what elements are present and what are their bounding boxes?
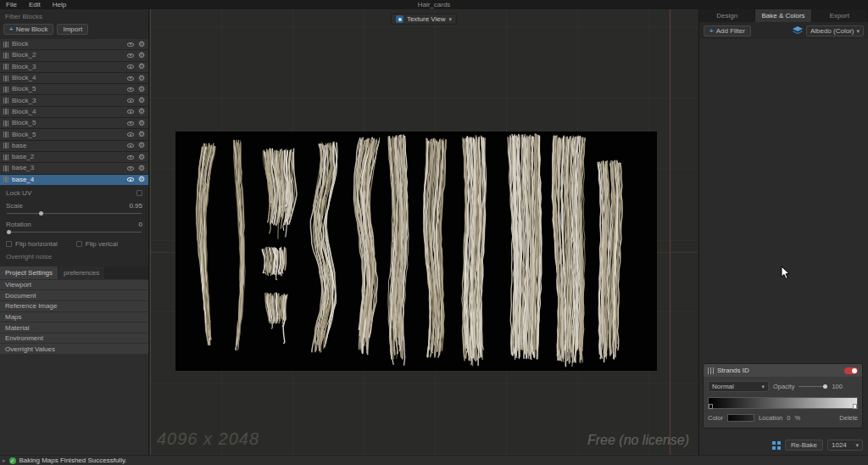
- visibility-eye-icon[interactable]: [127, 42, 134, 47]
- settings-gear-icon[interactable]: ⚙: [138, 41, 145, 48]
- block-row[interactable]: Block_4⚙: [0, 73, 148, 83]
- slider-knob[interactable]: [39, 211, 43, 216]
- tab-project-settings[interactable]: Project Settings: [0, 266, 58, 279]
- import-button[interactable]: Import: [57, 24, 88, 35]
- rebake-controls: Re-Bake 1024 ▾: [772, 440, 863, 451]
- settings-gear-icon[interactable]: ⚙: [138, 52, 145, 59]
- visibility-eye-icon[interactable]: [127, 53, 134, 58]
- block-row[interactable]: Block_5⚙: [0, 118, 148, 128]
- fiber-icon: [3, 64, 8, 70]
- settings-item-viewport[interactable]: Viewport: [0, 280, 148, 290]
- opacity-slider[interactable]: [798, 384, 827, 389]
- settings-gear-icon[interactable]: ⚙: [138, 97, 145, 104]
- menu-help[interactable]: Help: [47, 0, 72, 9]
- window-title: Hair_cards: [418, 1, 451, 8]
- settings-gear-icon[interactable]: ⚙: [138, 142, 145, 149]
- settings-gear-icon[interactable]: ⚙: [138, 86, 145, 93]
- settings-item-reference-image[interactable]: Reference Image: [0, 301, 148, 311]
- visibility-eye-icon[interactable]: [127, 64, 134, 69]
- block-row[interactable]: Block_5⚙: [0, 129, 148, 139]
- block-row-selected[interactable]: base_4⚙: [0, 175, 148, 185]
- scale-label: Scale: [6, 202, 23, 210]
- scale-row: Scale 0.95: [0, 199, 148, 210]
- layers-icon[interactable]: [793, 23, 803, 38]
- visibility-eye-icon[interactable]: [127, 155, 134, 160]
- opacity-value: 100: [832, 384, 843, 390]
- settings-item-document[interactable]: Document: [0, 290, 148, 300]
- console-toggle-icon[interactable]: ▸: [3, 457, 6, 463]
- flip-vertical-checkbox[interactable]: [76, 241, 82, 247]
- menu-edit[interactable]: Edit: [23, 0, 47, 9]
- texture-view-dropdown[interactable]: Texture View ▾: [391, 14, 457, 25]
- enable-toggle[interactable]: [844, 367, 858, 374]
- block-row[interactable]: base⚙: [0, 141, 148, 151]
- settings-gear-icon[interactable]: ⚙: [138, 176, 145, 183]
- slider-knob[interactable]: [823, 384, 827, 389]
- settings-item-override-values[interactable]: Overright Values: [0, 344, 148, 354]
- block-list: Block⚙ Block_2⚙ Block_3⚙ Block_4⚙ Block_…: [0, 39, 148, 185]
- visibility-eye-icon[interactable]: [127, 143, 134, 148]
- tab-bake-colors[interactable]: Bake & Colors: [755, 9, 811, 22]
- settings-item-environment[interactable]: Environment: [0, 333, 148, 344]
- block-row[interactable]: Block_2⚙: [0, 50, 148, 60]
- visibility-eye-icon[interactable]: [127, 166, 134, 171]
- block-row[interactable]: Block⚙: [0, 39, 148, 49]
- resolution-dropdown[interactable]: 1024 ▾: [827, 440, 863, 451]
- plus-icon: +: [9, 25, 14, 33]
- menu-file[interactable]: File: [0, 0, 23, 9]
- viewport-canvas[interactable]: Texture View ▾ 4096 x 2048 Free (no lice…: [150, 9, 698, 455]
- block-row[interactable]: Block_5⚙: [0, 84, 148, 94]
- left-sidebar: Fiber Blocks +New Block Import Block⚙ Bl…: [0, 9, 149, 455]
- override-noise-label: Overright noise: [0, 249, 148, 265]
- delete-stop-button[interactable]: Delete: [839, 415, 858, 422]
- settings-gear-icon[interactable]: ⚙: [138, 165, 145, 172]
- block-row[interactable]: Block_3⚙: [0, 95, 148, 105]
- settings-item-maps[interactable]: Maps: [0, 312, 148, 322]
- settings-item-material[interactable]: Material: [0, 322, 148, 333]
- chevron-down-icon: ▾: [856, 28, 860, 34]
- block-row[interactable]: base_2⚙: [0, 152, 148, 162]
- visibility-eye-icon[interactable]: [127, 76, 134, 81]
- settings-gear-icon[interactable]: ⚙: [138, 63, 145, 70]
- gradient-stop-white[interactable]: [853, 404, 857, 409]
- tab-design[interactable]: Design: [699, 9, 755, 22]
- flip-horizontal-checkbox[interactable]: [6, 241, 12, 247]
- block-row[interactable]: Block_3⚙: [0, 62, 148, 72]
- strands-id-panel: Strands ID Normal ▾ Opacity 100: [703, 363, 863, 429]
- channel-dropdown[interactable]: Albedo (Color) ▾: [806, 25, 864, 36]
- tab-preferences[interactable]: preferences: [58, 266, 105, 279]
- fiber-icon: [3, 120, 8, 126]
- bake-grid-icon[interactable]: [772, 441, 781, 450]
- visibility-eye-icon[interactable]: [127, 121, 134, 126]
- visibility-eye-icon[interactable]: [127, 87, 134, 92]
- visibility-eye-icon[interactable]: [127, 132, 134, 137]
- settings-gear-icon[interactable]: ⚙: [138, 108, 145, 115]
- block-row[interactable]: Block_4⚙: [0, 107, 148, 117]
- strands-panel-header[interactable]: Strands ID: [704, 364, 862, 377]
- settings-gear-icon[interactable]: ⚙: [138, 75, 145, 82]
- visibility-eye-icon[interactable]: [127, 98, 134, 103]
- block-row[interactable]: base_3⚙: [0, 163, 148, 173]
- gradient-stop-black[interactable]: [709, 404, 713, 409]
- settings-gear-icon[interactable]: ⚙: [138, 131, 145, 138]
- new-block-button[interactable]: +New Block: [3, 24, 53, 35]
- lock-uv-checkbox[interactable]: [136, 190, 142, 196]
- strands-panel-body: Normal ▾ Opacity 100 Color Lo: [704, 377, 862, 428]
- slider-knob[interactable]: [7, 230, 11, 234]
- opacity-label: Opacity: [773, 384, 794, 390]
- add-filter-button[interactable]: +Add Filter: [704, 25, 751, 36]
- rotation-slider[interactable]: [7, 229, 142, 236]
- tab-export[interactable]: Export: [812, 9, 868, 22]
- rebake-button[interactable]: Re-Bake: [785, 440, 823, 451]
- slider-track: [7, 232, 142, 232]
- gradient-editor[interactable]: [708, 397, 858, 409]
- scale-slider[interactable]: [7, 210, 142, 217]
- settings-gear-icon[interactable]: ⚙: [138, 120, 145, 127]
- flip-vertical-label: Flip verical: [86, 240, 118, 248]
- color-swatch[interactable]: [727, 414, 754, 422]
- visibility-eye-icon[interactable]: [127, 177, 134, 182]
- blend-mode-dropdown[interactable]: Normal ▾: [708, 381, 769, 392]
- visibility-eye-icon[interactable]: [127, 109, 134, 114]
- bake-toolbar: +Add Filter Albedo (Color) ▾: [699, 22, 868, 39]
- settings-gear-icon[interactable]: ⚙: [138, 154, 145, 161]
